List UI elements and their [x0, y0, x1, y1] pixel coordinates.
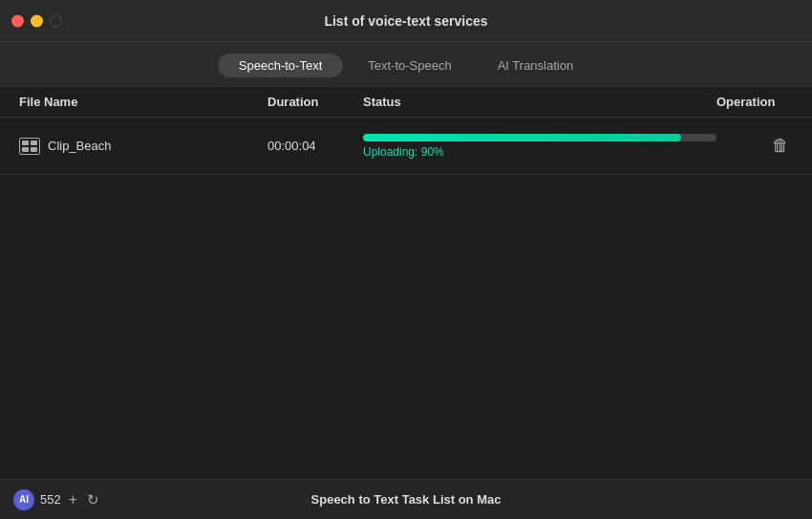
file-icon-cell — [22, 141, 29, 145]
file-icon — [19, 138, 40, 155]
bottom-title: Speech to Text Task List on Mac — [311, 492, 502, 507]
col-header-filename: File Name — [19, 95, 267, 109]
progress-bar-bg — [363, 134, 716, 141]
status-text: Uploading: 90% — [363, 145, 716, 159]
tab-text-to-speech[interactable]: Text-to-Speech — [347, 54, 472, 77]
table-row: Clip_Beach 00:00:04 Uploading: 90% 🗑 — [0, 118, 812, 175]
close-button[interactable] — [11, 14, 24, 27]
delete-button[interactable]: 🗑 — [768, 132, 793, 160]
file-icon-cell — [22, 147, 29, 152]
progress-bar-fill — [363, 134, 681, 141]
title-bar: List of voice-text services — [0, 0, 812, 42]
col-header-duration: Duration — [267, 95, 363, 109]
duration-cell: 00:00:04 — [267, 139, 363, 153]
operation-cell: 🗑 — [716, 132, 793, 160]
file-icon-cell — [31, 141, 37, 145]
maximize-button[interactable] — [50, 14, 62, 27]
bottom-left-section: AI 552 + ↻ — [13, 489, 101, 510]
file-name-text: Clip_Beach — [48, 139, 112, 153]
col-header-status: Status — [363, 95, 716, 109]
bottom-bar: AI 552 + ↻ Speech to Text Task List on M… — [0, 479, 812, 519]
traffic-lights — [11, 14, 62, 27]
refresh-button[interactable]: ↻ — [85, 491, 101, 508]
tab-speech-to-text[interactable]: Speech-to-Text — [218, 54, 343, 77]
status-cell: Uploading: 90% — [363, 134, 716, 159]
file-name-cell: Clip_Beach — [19, 138, 267, 155]
ai-badge: AI — [13, 489, 34, 510]
table-body: Clip_Beach 00:00:04 Uploading: 90% 🗑 — [0, 118, 812, 479]
table-area: File Name Duration Status Operation Clip… — [0, 87, 812, 479]
window-title: List of voice-text services — [324, 13, 487, 29]
minimize-button[interactable] — [31, 14, 43, 27]
table-header: File Name Duration Status Operation — [0, 87, 812, 118]
col-header-operation: Operation — [716, 95, 793, 109]
credit-count: 552 — [40, 492, 61, 507]
tab-bar: Speech-to-Text Text-to-Speech AI Transla… — [0, 42, 812, 87]
tab-ai-translation[interactable]: AI Translation — [477, 54, 595, 77]
duration-value: 00:00:04 — [267, 139, 316, 153]
file-icon-cell — [31, 147, 37, 152]
add-credits-button[interactable]: + — [67, 491, 79, 508]
